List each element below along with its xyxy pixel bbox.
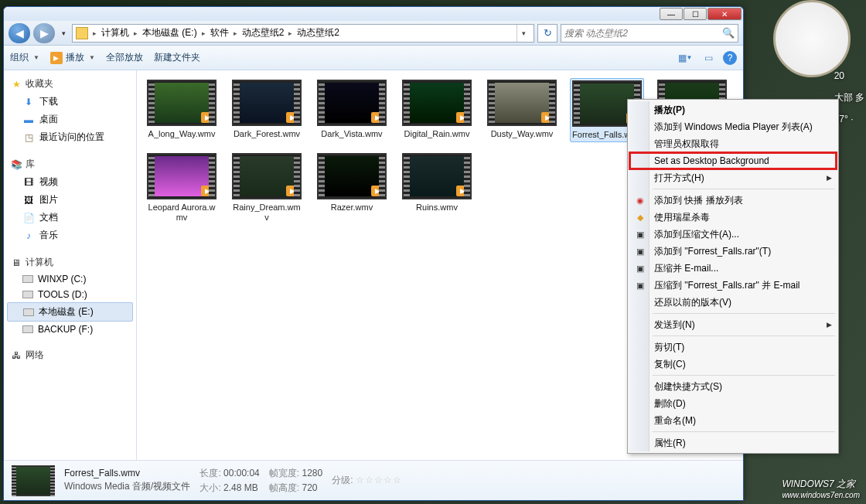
film-thumbnail: ▶: [147, 153, 216, 199]
context-icon: ▣: [634, 279, 646, 291]
context-menu-item[interactable]: ◉添加到 快播 播放列表: [629, 192, 837, 209]
context-menu-item[interactable]: ◆使用瑞星杀毒: [629, 209, 837, 226]
breadcrumb[interactable]: 动态壁纸2: [294, 26, 343, 39]
context-label: 添加到 Windows Media Player 列表(A): [654, 121, 813, 134]
breadcrumb[interactable]: 动态壁纸2: [239, 26, 288, 39]
file-item[interactable]: ▶ Dark_Vista.wmv: [315, 78, 389, 142]
context-menu-item[interactable]: 删除(D): [629, 395, 837, 412]
details-thumbnail: [12, 465, 55, 496]
search-icon[interactable]: 🔍: [722, 27, 735, 39]
play-all-button[interactable]: 全部放放: [106, 51, 143, 64]
context-menu-item[interactable]: 创建快捷方式(S): [629, 378, 837, 395]
maximize-button[interactable]: ☐: [684, 8, 707, 20]
context-menu-item[interactable]: 添加到 Windows Media Player 列表(A): [629, 118, 837, 135]
address-bar[interactable]: ▸ 计算机▸ 本地磁盘 (E:)▸ 软件▸ 动态壁纸2▸ 动态壁纸2 ▾: [72, 24, 534, 43]
context-menu-item[interactable]: ▣添加到压缩文件(A)...: [629, 226, 837, 243]
context-label: 重命名(M): [654, 414, 696, 427]
context-menu-item[interactable]: 还原以前的版本(V): [629, 294, 837, 311]
file-item[interactable]: ▶ Leopard Aurora.wmv: [145, 152, 219, 224]
sidebar-item-music[interactable]: ♪音乐: [4, 226, 136, 244]
context-menu-item[interactable]: 属性(R): [629, 434, 837, 451]
sidebar-computer-header[interactable]: 🖥计算机: [4, 254, 136, 271]
close-button[interactable]: ✕: [707, 8, 742, 20]
breadcrumb[interactable]: 软件: [207, 26, 232, 39]
play-button[interactable]: ▶播放▼: [50, 51, 95, 64]
breadcrumb[interactable]: 本地磁盘 (E:): [139, 26, 200, 39]
context-label: 管理员权限取得: [654, 138, 719, 151]
sidebar-network-header[interactable]: 🖧网络: [4, 346, 136, 364]
sidebar-item-drive-e[interactable]: 本地磁盘 (E:): [7, 302, 133, 322]
file-item[interactable]: ▶ A_long_Way.wmv: [145, 78, 219, 142]
context-icon: ▣: [634, 228, 646, 240]
play-badge-icon: ▶: [286, 112, 298, 123]
sidebar-item-downloads[interactable]: ⬇下载: [4, 93, 136, 111]
sidebar-item-drive-c[interactable]: WINXP (C:): [4, 271, 136, 287]
details-pane: Forrest_Falls.wmv Windows Media 音频/视频文件 …: [4, 460, 743, 500]
context-menu: 播放(P)添加到 Windows Media Player 列表(A)管理员权限…: [627, 99, 839, 454]
sidebar-item-desktop[interactable]: ▬桌面: [4, 111, 136, 128]
sidebar-item-recent[interactable]: ◳最近访问的位置: [4, 128, 136, 146]
context-menu-item[interactable]: Set as Desktop Background: [629, 152, 837, 169]
address-dropdown[interactable]: ▾: [517, 25, 530, 42]
context-icon: ▣: [634, 245, 646, 257]
file-label: Dark_Forest.wmv: [234, 129, 300, 139]
organize-button[interactable]: 组织▼: [10, 51, 39, 64]
file-item[interactable]: ▶ Ruins.wmv: [400, 152, 474, 224]
play-badge-icon: ▶: [371, 186, 384, 196]
context-menu-item[interactable]: 管理员权限取得: [629, 135, 837, 152]
forward-button[interactable]: ▶: [33, 23, 55, 43]
context-label: 创建快捷方式(S): [654, 380, 722, 393]
film-thumbnail: ▶: [317, 153, 387, 199]
context-label: 添加到 快播 播放列表: [654, 194, 743, 207]
sidebar-favorites-header[interactable]: ★收藏夹: [4, 75, 136, 93]
context-menu-item[interactable]: ▣压缩并 E-mail...: [629, 260, 837, 277]
file-label: Razer.wmv: [331, 203, 373, 213]
play-badge-icon: ▶: [201, 112, 213, 123]
sidebar-libraries-header[interactable]: 📚库: [4, 155, 136, 173]
context-label: 发送到(N): [654, 318, 695, 332]
context-separator: [653, 431, 835, 432]
play-badge-icon: ▶: [541, 112, 554, 123]
file-item[interactable]: ▶ Rainy_Dream.wmv: [230, 152, 304, 224]
file-item[interactable]: ▶ Digital_Rain.wmv: [400, 78, 474, 142]
watermark: WINDOWS7 之家 www.windows7en.com: [782, 476, 860, 499]
context-menu-item[interactable]: 重命名(M): [629, 412, 837, 429]
context-menu-item[interactable]: 复制(C): [629, 356, 837, 373]
sidebar-item-documents[interactable]: 📄文档: [4, 209, 136, 226]
sidebar-item-drive-f[interactable]: BACKUP (F:): [4, 322, 136, 337]
context-label: 使用瑞星杀毒: [654, 211, 710, 224]
context-icon: ◆: [634, 211, 646, 223]
context-menu-item[interactable]: 播放(P): [629, 101, 837, 118]
back-button[interactable]: ◀: [9, 23, 30, 43]
context-label: 添加到 "Forrest_Falls.rar"(T): [654, 245, 771, 258]
view-options-button[interactable]: ▦ ▼: [677, 50, 694, 66]
preview-pane-button[interactable]: ▭: [700, 50, 717, 66]
minimize-button[interactable]: —: [660, 8, 683, 20]
context-label: Set as Desktop Background: [654, 155, 769, 166]
details-type: Windows Media 音频/视频文件: [64, 480, 190, 493]
context-menu-item[interactable]: 打开方式(H)▶: [629, 169, 837, 186]
context-label: 剪切(T): [654, 341, 684, 354]
context-menu-item[interactable]: 发送到(N)▶: [629, 316, 837, 333]
help-button[interactable]: ?: [723, 51, 737, 65]
search-box[interactable]: 🔍: [561, 24, 738, 43]
sidebar-item-pictures[interactable]: 🖼图片: [4, 191, 136, 209]
titlebar: — ☐ ✕: [4, 7, 743, 21]
breadcrumb[interactable]: 计算机: [98, 26, 132, 39]
file-item[interactable]: ▶ Dark_Forest.wmv: [230, 78, 304, 142]
context-menu-item[interactable]: ▣压缩到 "Forrest_Falls.rar" 并 E-mail: [629, 277, 837, 294]
file-item[interactable]: ▶ Dusty_Way.wmv: [485, 78, 559, 142]
context-label: 复制(C): [654, 358, 686, 371]
context-label: 属性(R): [654, 437, 686, 450]
new-folder-button[interactable]: 新建文件夹: [154, 51, 200, 64]
context-label: 还原以前的版本(V): [654, 296, 731, 309]
context-menu-item[interactable]: ▣添加到 "Forrest_Falls.rar"(T): [629, 243, 837, 260]
film-thumbnail: ▶: [487, 80, 557, 126]
context-menu-item[interactable]: 剪切(T): [629, 339, 837, 356]
search-input[interactable]: [564, 28, 722, 39]
sidebar-item-drive-d[interactable]: TOOLS (D:): [4, 287, 136, 302]
nav-history-dropdown[interactable]: ▾: [58, 25, 69, 42]
sidebar-item-videos[interactable]: 🎞视频: [4, 173, 136, 191]
file-item[interactable]: ▶ Razer.wmv: [315, 152, 389, 224]
refresh-button[interactable]: ↻: [537, 24, 557, 43]
